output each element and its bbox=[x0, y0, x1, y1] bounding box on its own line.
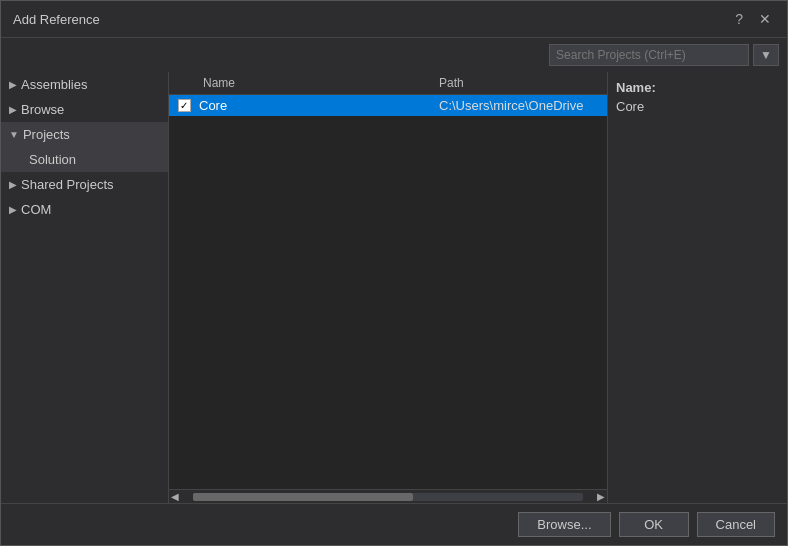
com-arrow: ▶ bbox=[9, 204, 17, 215]
h-scrollbar-thumb[interactable] bbox=[193, 493, 413, 501]
right-panel-name-value: Core bbox=[616, 99, 779, 114]
sidebar-item-assemblies[interactable]: ▶ Assemblies bbox=[1, 72, 168, 97]
shared-projects-arrow: ▶ bbox=[9, 179, 17, 190]
ok-button[interactable]: OK bbox=[619, 512, 689, 537]
sidebar-item-com-label: COM bbox=[21, 202, 51, 217]
sidebar-item-shared-projects-label: Shared Projects bbox=[21, 177, 114, 192]
sidebar-item-assemblies-label: Assemblies bbox=[21, 77, 87, 92]
dialog-title: Add Reference bbox=[13, 12, 100, 27]
table-header: Name Path bbox=[169, 72, 607, 95]
row-name: Core bbox=[199, 98, 439, 113]
title-bar: Add Reference ? ✕ bbox=[1, 1, 787, 38]
projects-arrow: ▼ bbox=[9, 129, 19, 140]
main-content: ▶ Assemblies ▶ Browse ▼ Projects Solutio… bbox=[1, 72, 787, 503]
sidebar-item-com[interactable]: ▶ COM bbox=[1, 197, 168, 222]
content-area: Name Path ✓ Core C:\Users\mirce\OneDrive… bbox=[169, 72, 607, 503]
assemblies-arrow: ▶ bbox=[9, 79, 17, 90]
footer: Browse... OK Cancel bbox=[1, 503, 787, 545]
help-button[interactable]: ? bbox=[731, 9, 747, 29]
sidebar-item-browse[interactable]: ▶ Browse bbox=[1, 97, 168, 122]
sidebar: ▶ Assemblies ▶ Browse ▼ Projects Solutio… bbox=[1, 72, 169, 503]
row-checkbox[interactable]: ✓ bbox=[178, 99, 191, 112]
add-reference-dialog: Add Reference ? ✕ ▼ ▶ Assemblies ▶ Brows… bbox=[0, 0, 788, 546]
right-panel: Name: Core bbox=[607, 72, 787, 503]
h-scrollbar-track[interactable] bbox=[193, 493, 583, 501]
close-button[interactable]: ✕ bbox=[755, 9, 775, 29]
browse-arrow: ▶ bbox=[9, 104, 17, 115]
sidebar-item-projects-label: Projects bbox=[23, 127, 70, 142]
col-path-header: Path bbox=[439, 76, 607, 90]
right-panel-name-label: Name: bbox=[616, 80, 779, 95]
sidebar-item-solution-label: Solution bbox=[29, 152, 76, 167]
scroll-right-arrow[interactable]: ▶ bbox=[597, 491, 605, 502]
col-check-header bbox=[169, 76, 199, 90]
sidebar-item-browse-label: Browse bbox=[21, 102, 64, 117]
sidebar-item-solution[interactable]: Solution bbox=[1, 147, 168, 172]
sidebar-item-shared-projects[interactable]: ▶ Shared Projects bbox=[1, 172, 168, 197]
row-path: C:\Users\mirce\OneDrive bbox=[439, 98, 607, 113]
table-row[interactable]: ✓ Core C:\Users\mirce\OneDrive bbox=[169, 95, 607, 116]
scrollbar-area: ◀ ▶ bbox=[169, 489, 607, 503]
table-body: ✓ Core C:\Users\mirce\OneDrive bbox=[169, 95, 607, 489]
title-bar-controls: ? ✕ bbox=[731, 9, 775, 29]
search-dropdown-button[interactable]: ▼ bbox=[753, 44, 779, 66]
search-area: ▼ bbox=[1, 38, 787, 72]
scroll-left-arrow[interactable]: ◀ bbox=[171, 491, 179, 502]
check-cell: ✓ bbox=[169, 99, 199, 112]
search-input[interactable] bbox=[549, 44, 749, 66]
cancel-button[interactable]: Cancel bbox=[697, 512, 775, 537]
sidebar-item-projects[interactable]: ▼ Projects bbox=[1, 122, 168, 147]
col-name-header: Name bbox=[199, 76, 439, 90]
browse-button[interactable]: Browse... bbox=[518, 512, 610, 537]
